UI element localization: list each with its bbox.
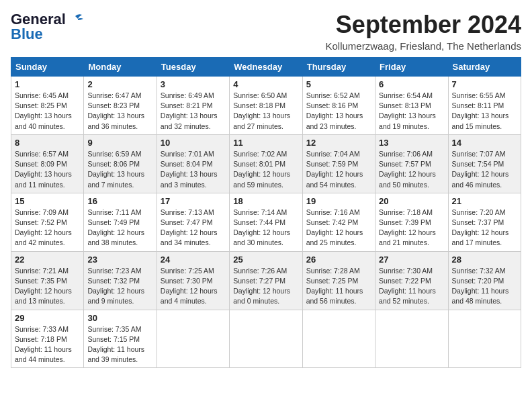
- day-info: Sunrise: 7:32 AMSunset: 7:20 PMDaylight:…: [452, 266, 517, 307]
- day-number: 3: [161, 79, 226, 89]
- day-number: 27: [379, 255, 444, 265]
- calendar-cell: 18Sunrise: 7:14 AMSunset: 7:44 PMDayligh…: [230, 193, 302, 251]
- calendar-cell: [302, 310, 375, 368]
- calendar-cell: 1Sunrise: 6:45 AMSunset: 8:25 PMDaylight…: [11, 77, 84, 135]
- title-block: September 2024 Kollumerzwaag, Friesland,…: [325, 11, 521, 52]
- day-info: Sunrise: 7:26 AMSunset: 7:27 PMDaylight:…: [233, 266, 298, 307]
- calendar-cell: 14Sunrise: 7:07 AMSunset: 7:54 PMDayligh…: [448, 134, 521, 193]
- day-number: 17: [161, 196, 226, 206]
- day-number: 10: [161, 138, 226, 148]
- calendar-cell: 2Sunrise: 6:47 AMSunset: 8:23 PMDaylight…: [84, 77, 157, 135]
- day-info: Sunrise: 7:02 AMSunset: 8:01 PMDaylight:…: [233, 149, 298, 190]
- day-info: Sunrise: 7:14 AMSunset: 7:44 PMDaylight:…: [233, 208, 298, 248]
- calendar-cell: 11Sunrise: 7:02 AMSunset: 8:01 PMDayligh…: [230, 134, 302, 193]
- weekday-header-tuesday: Tuesday: [157, 58, 229, 77]
- day-info: Sunrise: 7:33 AMSunset: 7:18 PMDaylight:…: [15, 324, 80, 365]
- day-number: 7: [452, 79, 517, 89]
- weekday-header-wednesday: Wednesday: [230, 58, 302, 77]
- logo: General Blue: [11, 11, 83, 43]
- calendar-cell: 15Sunrise: 7:09 AMSunset: 7:52 PMDayligh…: [11, 193, 84, 251]
- day-number: 1: [15, 79, 80, 89]
- calendar-cell: 9Sunrise: 6:59 AMSunset: 8:06 PMDaylight…: [84, 134, 157, 193]
- day-number: 18: [233, 196, 298, 206]
- calendar-cell: 8Sunrise: 6:57 AMSunset: 8:09 PMDaylight…: [11, 134, 84, 193]
- day-info: Sunrise: 7:35 AMSunset: 7:15 PMDaylight:…: [87, 324, 152, 365]
- day-info: Sunrise: 7:07 AMSunset: 7:54 PMDaylight:…: [452, 149, 517, 190]
- calendar-header-row: SundayMondayTuesdayWednesdayThursdayFrid…: [11, 58, 521, 77]
- calendar-cell: 16Sunrise: 7:11 AMSunset: 7:49 PMDayligh…: [84, 193, 157, 251]
- day-number: 2: [87, 79, 152, 89]
- calendar-cell: 13Sunrise: 7:06 AMSunset: 7:57 PMDayligh…: [375, 134, 448, 193]
- day-number: 24: [161, 255, 226, 265]
- day-info: Sunrise: 7:06 AMSunset: 7:57 PMDaylight:…: [379, 149, 444, 190]
- day-number: 11: [233, 138, 298, 148]
- calendar-week-row: 1Sunrise: 6:45 AMSunset: 8:25 PMDaylight…: [11, 77, 521, 135]
- day-info: Sunrise: 7:23 AMSunset: 7:32 PMDaylight:…: [87, 266, 152, 307]
- calendar-cell: [448, 310, 521, 368]
- calendar-cell: 7Sunrise: 6:55 AMSunset: 8:11 PMDaylight…: [448, 77, 521, 135]
- calendar-week-row: 22Sunrise: 7:21 AMSunset: 7:35 PMDayligh…: [11, 251, 521, 310]
- day-number: 14: [452, 138, 517, 148]
- calendar-week-row: 8Sunrise: 6:57 AMSunset: 8:09 PMDaylight…: [11, 134, 521, 193]
- day-number: 12: [306, 138, 371, 148]
- day-number: 9: [87, 138, 152, 148]
- day-number: 26: [306, 255, 371, 265]
- day-info: Sunrise: 6:55 AMSunset: 8:11 PMDaylight:…: [452, 91, 517, 132]
- calendar-week-row: 29Sunrise: 7:33 AMSunset: 7:18 PMDayligh…: [11, 310, 521, 368]
- calendar-cell: 10Sunrise: 7:01 AMSunset: 8:04 PMDayligh…: [157, 134, 229, 193]
- day-info: Sunrise: 7:09 AMSunset: 7:52 PMDaylight:…: [15, 208, 80, 248]
- day-number: 25: [233, 255, 298, 265]
- calendar-cell: 27Sunrise: 7:30 AMSunset: 7:22 PMDayligh…: [375, 251, 448, 310]
- calendar-cell: 20Sunrise: 7:18 AMSunset: 7:39 PMDayligh…: [375, 193, 448, 251]
- day-number: 23: [87, 255, 152, 265]
- logo-blue-text: Blue: [11, 26, 43, 43]
- page-header: General Blue September 2024 Kollumerzwaa…: [11, 11, 521, 52]
- day-info: Sunrise: 7:30 AMSunset: 7:22 PMDaylight:…: [379, 266, 444, 307]
- calendar-week-row: 15Sunrise: 7:09 AMSunset: 7:52 PMDayligh…: [11, 193, 521, 251]
- day-info: Sunrise: 6:57 AMSunset: 8:09 PMDaylight:…: [15, 149, 80, 190]
- day-info: Sunrise: 6:47 AMSunset: 8:23 PMDaylight:…: [87, 91, 152, 132]
- calendar-cell: 19Sunrise: 7:16 AMSunset: 7:42 PMDayligh…: [302, 193, 375, 251]
- day-info: Sunrise: 7:16 AMSunset: 7:42 PMDaylight:…: [306, 208, 371, 248]
- day-number: 4: [233, 79, 298, 89]
- calendar-cell: [375, 310, 448, 368]
- day-info: Sunrise: 7:18 AMSunset: 7:39 PMDaylight:…: [379, 208, 444, 248]
- day-number: 21: [452, 196, 517, 206]
- calendar-cell: 6Sunrise: 6:54 AMSunset: 8:13 PMDaylight…: [375, 77, 448, 135]
- day-number: 19: [306, 196, 371, 206]
- location-title: Kollumerzwaag, Friesland, The Netherland…: [325, 40, 521, 52]
- calendar-cell: [157, 310, 229, 368]
- calendar-cell: 28Sunrise: 7:32 AMSunset: 7:20 PMDayligh…: [448, 251, 521, 310]
- calendar-cell: 12Sunrise: 7:04 AMSunset: 7:59 PMDayligh…: [302, 134, 375, 193]
- weekday-header-thursday: Thursday: [302, 58, 375, 77]
- calendar-cell: 23Sunrise: 7:23 AMSunset: 7:32 PMDayligh…: [84, 251, 157, 310]
- calendar-cell: 5Sunrise: 6:52 AMSunset: 8:16 PMDaylight…: [302, 77, 375, 135]
- calendar-cell: 17Sunrise: 7:13 AMSunset: 7:47 PMDayligh…: [157, 193, 229, 251]
- day-info: Sunrise: 7:20 AMSunset: 7:37 PMDaylight:…: [452, 208, 517, 248]
- day-info: Sunrise: 7:13 AMSunset: 7:47 PMDaylight:…: [161, 208, 226, 248]
- day-number: 13: [379, 138, 444, 148]
- weekday-header-sunday: Sunday: [11, 58, 84, 77]
- day-number: 28: [452, 255, 517, 265]
- day-number: 30: [87, 313, 152, 323]
- calendar-cell: 4Sunrise: 6:50 AMSunset: 8:18 PMDaylight…: [230, 77, 302, 135]
- calendar-cell: 22Sunrise: 7:21 AMSunset: 7:35 PMDayligh…: [11, 251, 84, 310]
- calendar-cell: [230, 310, 302, 368]
- day-info: Sunrise: 6:59 AMSunset: 8:06 PMDaylight:…: [87, 149, 152, 190]
- month-title: September 2024: [325, 11, 521, 39]
- calendar-cell: 24Sunrise: 7:25 AMSunset: 7:30 PMDayligh…: [157, 251, 229, 310]
- day-info: Sunrise: 7:28 AMSunset: 7:25 PMDaylight:…: [306, 266, 371, 307]
- day-number: 6: [379, 79, 444, 89]
- day-number: 15: [15, 196, 80, 206]
- weekday-header-friday: Friday: [375, 58, 448, 77]
- day-number: 16: [87, 196, 152, 206]
- day-info: Sunrise: 6:45 AMSunset: 8:25 PMDaylight:…: [15, 91, 80, 132]
- day-info: Sunrise: 6:50 AMSunset: 8:18 PMDaylight:…: [233, 91, 298, 132]
- calendar-table: SundayMondayTuesdayWednesdayThursdayFrid…: [11, 57, 521, 368]
- day-number: 8: [15, 138, 80, 148]
- day-info: Sunrise: 6:49 AMSunset: 8:21 PMDaylight:…: [161, 91, 226, 132]
- weekday-header-saturday: Saturday: [448, 58, 521, 77]
- calendar-cell: 3Sunrise: 6:49 AMSunset: 8:21 PMDaylight…: [157, 77, 229, 135]
- day-info: Sunrise: 7:01 AMSunset: 8:04 PMDaylight:…: [161, 149, 226, 190]
- calendar-cell: 25Sunrise: 7:26 AMSunset: 7:27 PMDayligh…: [230, 251, 302, 310]
